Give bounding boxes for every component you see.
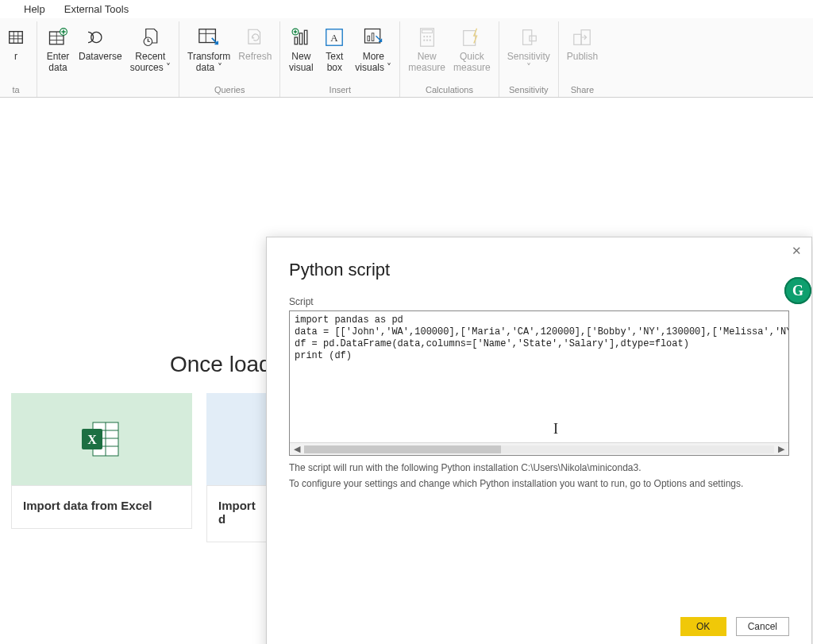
python-path-hint: The script will run with the following P… xyxy=(289,462,789,473)
sensitivity-icon xyxy=(516,25,541,50)
script-textarea[interactable]: import pandas as pd data = [['John','WA'… xyxy=(290,311,788,362)
ribbon: r ta Enter data Dataverse Recent sources… xyxy=(0,18,813,98)
group-label-insert: Insert xyxy=(329,83,352,97)
cancel-button[interactable]: Cancel xyxy=(736,617,789,636)
svg-rect-28 xyxy=(422,30,432,33)
scrollbar-thumb[interactable] xyxy=(304,445,501,453)
grammarly-icon[interactable]: G xyxy=(784,277,811,304)
menu-external-tools[interactable]: External Tools xyxy=(64,3,129,15)
svg-point-31 xyxy=(429,36,430,37)
svg-rect-17 xyxy=(300,33,303,44)
ribbon-label: More visuals ˅ xyxy=(355,52,391,74)
ok-button[interactable]: OK xyxy=(680,617,726,636)
quick-measure-icon xyxy=(459,25,484,50)
new-measure-button: New measure xyxy=(405,23,449,83)
script-field-label: Script xyxy=(289,296,789,307)
ribbon-group-share: Publish Share xyxy=(559,21,606,97)
svg-point-30 xyxy=(426,36,428,37)
ribbon-label: Text box xyxy=(326,52,343,74)
python-script-dialog: ✕ G Python script Script import pandas a… xyxy=(266,237,812,644)
new-measure-icon xyxy=(414,25,440,50)
refresh-icon xyxy=(242,25,268,50)
card-title: Import data from Excel xyxy=(11,485,192,529)
ribbon-label: Recent sources ˅ xyxy=(130,52,171,74)
menubar: Help External Tools xyxy=(0,0,813,18)
configure-hint: To configure your settings and change wh… xyxy=(289,478,789,489)
horizontal-scrollbar[interactable]: ◀ ▶ xyxy=(290,442,788,455)
group-label-calculations: Calculations xyxy=(426,83,473,97)
transform-data-button[interactable]: Transform data ˅ xyxy=(184,23,233,83)
ribbon-label: r xyxy=(14,52,17,63)
card-import-excel[interactable]: X Import data from Excel xyxy=(11,393,192,542)
ribbon-label: Quick measure xyxy=(453,52,491,74)
svg-text:A: A xyxy=(331,32,339,44)
more-visuals-button[interactable]: More visuals ˅ xyxy=(352,23,395,83)
enter-data-icon xyxy=(45,25,71,50)
excel-thumb: X xyxy=(11,393,192,485)
ribbon-label: Dataverse xyxy=(79,52,122,63)
svg-point-32 xyxy=(423,40,425,41)
script-textarea-container: import pandas as pd data = [['John','WA'… xyxy=(289,310,789,456)
menu-help[interactable]: Help xyxy=(24,3,45,15)
sensitivity-button: Sensitivity ˅ xyxy=(504,23,553,83)
svg-rect-26 xyxy=(372,33,375,41)
ribbon-label: Refresh xyxy=(238,52,272,63)
new-visual-icon xyxy=(288,25,314,50)
dataverse-button[interactable]: Dataverse xyxy=(75,23,125,83)
ribbon-label: Enter data xyxy=(47,52,70,74)
ribbon-group-sensitivity: Sensitivity ˅ Sensitivity xyxy=(499,21,559,97)
enter-data-button[interactable]: Enter data xyxy=(42,23,74,83)
more-visuals-icon xyxy=(360,25,386,50)
scroll-right-icon[interactable]: ▶ xyxy=(774,443,788,456)
svg-rect-18 xyxy=(305,30,308,44)
scrollbar-track[interactable] xyxy=(304,445,774,453)
dataverse-icon xyxy=(87,25,113,50)
group-label-sensitivity: Sensitivity xyxy=(509,83,549,97)
table-icon xyxy=(3,25,29,50)
svg-rect-38 xyxy=(574,34,581,44)
svg-rect-37 xyxy=(530,36,536,41)
recent-sources-icon xyxy=(137,25,163,50)
publish-icon xyxy=(569,25,595,50)
excel-icon: X xyxy=(82,421,121,457)
scroll-left-icon[interactable]: ◀ xyxy=(290,443,304,456)
svg-rect-13 xyxy=(199,29,216,43)
text-cursor-icon: I xyxy=(553,421,558,438)
ribbon-label: Transform data ˅ xyxy=(187,52,230,74)
svg-rect-25 xyxy=(368,36,370,40)
ribbon-group-queries: Transform data ˅ Refresh Queries xyxy=(179,21,280,97)
ribbon-btn-partial[interactable]: r xyxy=(0,23,32,83)
ribbon-label: Sensitivity ˅ xyxy=(507,52,550,74)
svg-point-34 xyxy=(429,40,430,41)
card-import-sql[interactable]: Import d xyxy=(206,393,270,542)
svg-rect-0 xyxy=(10,32,23,44)
ribbon-group-data: Enter data Dataverse Recent sources ˅ xyxy=(37,21,179,97)
sql-thumb xyxy=(206,393,270,485)
ribbon-label: New measure xyxy=(408,52,445,74)
svg-rect-16 xyxy=(295,37,298,44)
svg-rect-36 xyxy=(522,30,531,45)
start-cards: X Import data from Excel Import d xyxy=(11,393,270,542)
svg-point-33 xyxy=(426,40,428,41)
transform-data-icon xyxy=(196,25,222,50)
ribbon-group-insert: New visual A Text box More visuals ˅ Ins… xyxy=(280,21,400,97)
ribbon-label: New visual xyxy=(289,52,314,74)
close-icon[interactable]: ✕ xyxy=(792,244,802,258)
group-label-share: Share xyxy=(571,83,594,97)
new-visual-button[interactable]: New visual xyxy=(285,23,317,83)
publish-button: Publish xyxy=(564,23,601,83)
ribbon-group-partial-left: r ta xyxy=(0,21,37,97)
text-box-button[interactable]: A Text box xyxy=(318,23,350,83)
quick-measure-button: Quick measure xyxy=(450,23,494,83)
text-box-icon: A xyxy=(322,25,347,50)
svg-text:X: X xyxy=(87,433,97,446)
report-canvas: Once loade X Import data from Excel Impo… xyxy=(0,98,813,634)
refresh-button: Refresh xyxy=(235,23,275,83)
recent-sources-button[interactable]: Recent sources ˅ xyxy=(127,23,174,83)
dialog-title: Python script xyxy=(289,260,789,280)
ribbon-group-label-ta: ta xyxy=(12,83,19,97)
ribbon-label: Publish xyxy=(567,52,598,63)
svg-point-29 xyxy=(423,36,425,37)
svg-rect-35 xyxy=(464,31,476,46)
card-title: Import d xyxy=(206,485,270,542)
